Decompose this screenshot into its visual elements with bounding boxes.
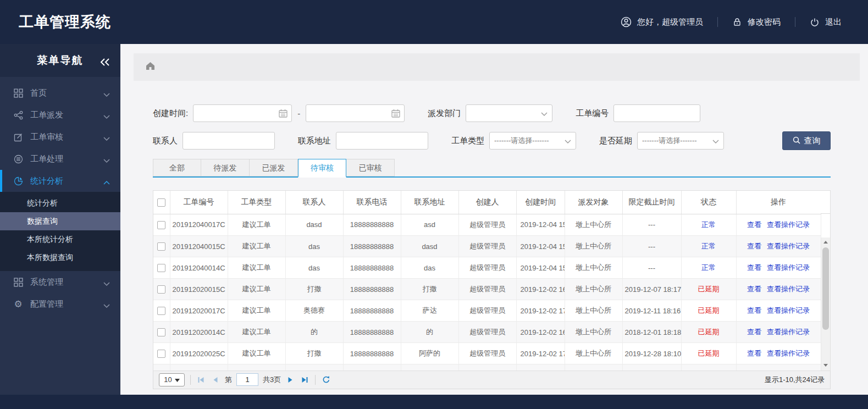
sidebar-subitem-local-statistics[interactable]: 本所统计分析 <box>0 230 120 248</box>
row-checkbox[interactable] <box>157 242 165 251</box>
table-row: 201912020014C 建议工单 的 18888888888 的 超级管理员… <box>153 322 821 343</box>
lock-icon <box>732 17 742 27</box>
table-row: 201912040017C 建议工单 dasd 18888888888 asd … <box>153 214 821 236</box>
chevron-down-icon <box>103 301 110 310</box>
chevron-down-icon <box>103 112 110 121</box>
logout-button[interactable]: 退出 <box>795 17 856 27</box>
app-footer <box>0 395 868 409</box>
create-time-start-input[interactable] <box>193 104 292 122</box>
home-icon[interactable] <box>145 61 156 73</box>
view-log-link[interactable]: 查看操作记录 <box>767 349 810 357</box>
order-type-select[interactable]: -------请选择------- <box>489 132 576 150</box>
sidebar-item-review[interactable]: 工单审核 <box>0 126 120 148</box>
sidebar-item-home[interactable]: 首页 <box>0 82 120 104</box>
contact-addr-input[interactable] <box>336 132 428 150</box>
view-link[interactable]: 查看 <box>747 220 761 229</box>
chevron-down-icon <box>103 279 110 288</box>
refresh-icon[interactable] <box>321 375 331 385</box>
table-scrollbar[interactable] <box>821 237 830 371</box>
chevron-down-icon <box>712 136 719 146</box>
view-log-link[interactable]: 查看操作记录 <box>767 220 810 229</box>
search-button[interactable]: 查询 <box>782 131 831 150</box>
grid-icon <box>13 89 24 98</box>
view-log-link[interactable]: 查看操作记录 <box>767 328 810 336</box>
col-order-no: 工单编号 <box>170 191 228 214</box>
page-size-select[interactable]: 10 <box>159 373 185 386</box>
next-page-button[interactable] <box>285 375 295 385</box>
view-link[interactable]: 查看 <box>747 263 761 272</box>
status-badge: 正常 <box>681 236 736 257</box>
table-row-partial <box>153 364 821 371</box>
share-icon <box>13 110 24 120</box>
change-password-button[interactable]: 修改密码 <box>718 17 795 27</box>
work-order-table: 工单编号 工单类型 联系人 联系电话 联系地址 创建人 创建时间 派发对象 限定… <box>153 190 831 371</box>
table-header-row: 工单编号 工单类型 联系人 联系电话 联系地址 创建人 创建时间 派发对象 限定… <box>153 191 821 214</box>
row-checkbox[interactable] <box>157 328 165 336</box>
table-body-viewport: 201912040017C 建议工单 dasd 18888888888 asd … <box>153 214 830 371</box>
last-page-button[interactable] <box>300 375 309 385</box>
view-log-link[interactable]: 查看操作记录 <box>767 285 810 293</box>
view-link[interactable]: 查看 <box>747 328 761 336</box>
date-range-separator: - <box>297 109 300 118</box>
sidebar-item-config[interactable]: ⚙ 配置管理 <box>0 293 120 315</box>
sidebar-subitem-local-data-query[interactable]: 本所数据查询 <box>0 248 120 267</box>
pagination-divider <box>315 375 316 385</box>
select-all-checkbox[interactable] <box>157 198 165 207</box>
page-label-prefix: 第 <box>225 375 232 385</box>
user-greeting[interactable]: 您好，超级管理员 <box>606 16 717 27</box>
calendar-icon[interactable] <box>279 109 288 118</box>
database-icon <box>13 154 24 164</box>
col-actions: 操作 <box>736 191 821 214</box>
sidebar-item-system[interactable]: 系统管理 <box>0 271 120 293</box>
scrollbar-thumb[interactable] <box>822 247 829 330</box>
collapse-sidebar-icon[interactable] <box>99 57 110 69</box>
first-page-button[interactable] <box>196 375 206 385</box>
tab-dispatched[interactable]: 已派发 <box>250 159 298 176</box>
order-no-input[interactable] <box>613 104 700 122</box>
row-checkbox[interactable] <box>157 264 165 272</box>
user-greeting-label: 您好，超级管理员 <box>637 17 703 27</box>
create-time-end-input[interactable] <box>306 104 405 122</box>
status-badge: 已延期 <box>681 343 736 364</box>
row-checkbox[interactable] <box>157 285 165 294</box>
app-title: 工单管理系统 <box>0 12 111 32</box>
is-delayed-select[interactable]: -------请选择------- <box>637 132 724 150</box>
dispatch-dept-select[interactable] <box>466 104 552 122</box>
calendar-icon[interactable] <box>391 109 400 118</box>
row-checkbox[interactable] <box>157 350 165 358</box>
tab-reviewed[interactable]: 已审核 <box>346 159 395 176</box>
sidebar-item-statistics[interactable]: 统计分析 <box>0 170 120 192</box>
main-content: 创建时间: - 派发部门 <box>120 44 868 395</box>
row-checkbox[interactable] <box>157 221 165 229</box>
col-contact: 联系人 <box>285 191 343 214</box>
view-log-link[interactable]: 查看操作记录 <box>767 306 810 314</box>
total-pages-label: 共3页 <box>263 375 281 385</box>
chevron-down-icon <box>103 90 110 99</box>
view-link[interactable]: 查看 <box>747 285 761 293</box>
tab-to-dispatch[interactable]: 待派发 <box>201 159 250 176</box>
view-log-link[interactable]: 查看操作记录 <box>767 263 810 272</box>
view-link[interactable]: 查看 <box>747 306 761 314</box>
chevron-down-icon <box>103 134 110 143</box>
col-create-time: 创建时间 <box>516 191 565 214</box>
scroll-down-icon[interactable] <box>821 361 830 370</box>
sidebar-subitem-statistics[interactable]: 统计分析 <box>0 194 120 212</box>
row-checkbox[interactable] <box>157 307 165 315</box>
scroll-up-icon[interactable] <box>821 238 830 247</box>
prev-page-button[interactable] <box>211 375 220 385</box>
sidebar-item-process[interactable]: 工单处理 <box>0 148 120 170</box>
header-actions: 您好，超级管理员 修改密码 退出 <box>606 16 868 27</box>
tab-pending-review[interactable]: 待审核 <box>298 159 346 178</box>
contact-input[interactable] <box>183 132 275 150</box>
sidebar-subitem-data-query[interactable]: 数据查询 <box>0 212 120 230</box>
tab-all[interactable]: 全部 <box>153 159 201 176</box>
table-row: 201912020015C 建议工单 打撒 18888888888 打撒 超级管… <box>153 279 821 300</box>
col-order-type: 工单类型 <box>228 191 285 214</box>
logout-label: 退出 <box>825 17 842 27</box>
view-link[interactable]: 查看 <box>747 242 761 250</box>
view-log-link[interactable]: 查看操作记录 <box>767 242 810 250</box>
view-link[interactable]: 查看 <box>747 349 761 357</box>
sidebar-item-dispatch[interactable]: 工单派发 <box>0 104 120 126</box>
page-number-input[interactable] <box>236 373 258 386</box>
table-row: 201912020017C 建议工单 奥德赛 18888888888 萨达 超级… <box>153 300 821 322</box>
